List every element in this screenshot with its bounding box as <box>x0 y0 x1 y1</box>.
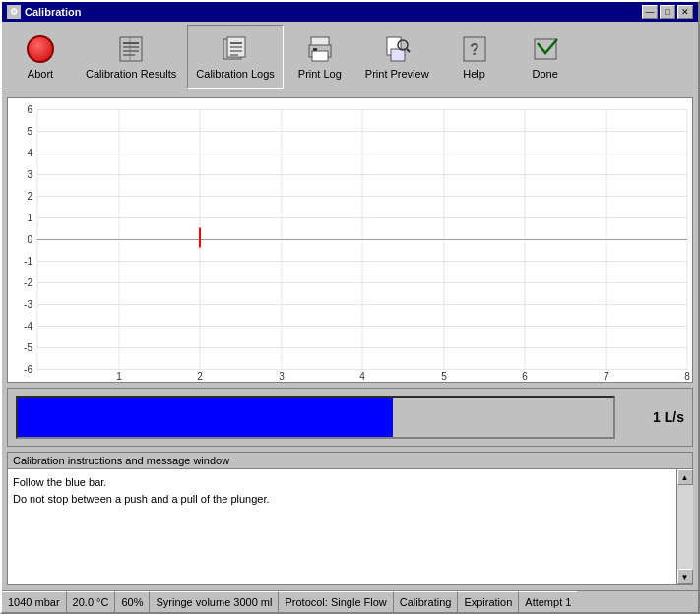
message-line-1: Follow the blue bar. <box>13 474 671 491</box>
window-title: Calibration <box>25 6 81 18</box>
status-humidity: 60% <box>115 591 150 612</box>
flow-bar-area: 1 L/s <box>7 388 693 447</box>
help-label: Help <box>463 68 485 80</box>
done-label: Done <box>532 68 557 80</box>
calibration-logs-button[interactable]: Calibration Logs <box>187 25 284 89</box>
flow-value: 1 L/s <box>625 409 684 425</box>
svg-rect-14 <box>312 51 328 61</box>
help-button[interactable]: ? Help <box>440 25 509 89</box>
flow-bar-fill <box>18 398 393 437</box>
status-protocol: Protocol: Single Flow <box>279 591 393 612</box>
svg-text:1: 1 <box>27 213 32 223</box>
print-log-icon-area <box>304 33 336 65</box>
minimize-button[interactable]: — <box>642 5 658 19</box>
status-expiration: Expiration <box>458 591 519 612</box>
print-log-icon <box>306 35 334 63</box>
svg-text:2: 2 <box>27 191 32 202</box>
done-icon-area <box>530 33 561 65</box>
calibration-results-button[interactable]: Calibration Results <box>77 25 185 89</box>
chart-area: 6 5 4 3 2 1 0 -1 -2 -3 -4 -5 -6 1 2 3 4 … <box>7 97 693 383</box>
print-preview-label: Print Preview <box>365 68 429 80</box>
message-scrollbar: ▲ ▼ <box>676 469 692 584</box>
title-bar-left: ⚙ Calibration <box>7 5 81 19</box>
svg-rect-17 <box>391 49 405 61</box>
svg-text:-6: -6 <box>24 364 32 375</box>
status-attempt: Attempt 1 <box>519 591 577 612</box>
svg-text:4: 4 <box>27 148 32 158</box>
help-icon-area: ? <box>459 33 490 65</box>
flow-bar-container <box>16 396 615 439</box>
svg-text:-5: -5 <box>24 342 32 353</box>
svg-rect-15 <box>313 48 317 51</box>
main-window: ⚙ Calibration — □ ✕ Abort <box>0 0 700 614</box>
calibration-logs-label: Calibration Logs <box>196 68 275 80</box>
svg-text:4: 4 <box>359 371 365 382</box>
message-line-2: Do not stop between a push and a pull of… <box>13 491 671 508</box>
svg-rect-22 <box>535 39 556 59</box>
svg-text:6: 6 <box>522 371 528 382</box>
chart-svg: 6 5 4 3 2 1 0 -1 -2 -3 -4 -5 -6 1 2 3 4 … <box>8 98 692 382</box>
maximize-button[interactable]: □ <box>660 5 675 19</box>
status-pressure: 1040 mbar <box>2 591 67 612</box>
help-icon: ? <box>461 35 488 63</box>
svg-text:-4: -4 <box>24 321 32 332</box>
abort-label: Abort <box>28 68 53 80</box>
title-bar: ⚙ Calibration — □ ✕ <box>2 2 698 22</box>
scrollbar-up-button[interactable]: ▲ <box>677 469 693 485</box>
close-button[interactable]: ✕ <box>677 5 693 19</box>
svg-text:3: 3 <box>279 371 285 382</box>
done-button[interactable]: Done <box>511 25 580 89</box>
status-bar: 1040 mbar 20.0 °C 60% Syringe volume 300… <box>2 590 698 612</box>
svg-text:1: 1 <box>116 371 122 382</box>
svg-text:6: 6 <box>27 104 32 115</box>
message-section-title: Calibration instructions and message win… <box>8 453 692 469</box>
print-log-button[interactable]: Print Log <box>286 25 354 89</box>
done-icon <box>532 35 559 63</box>
window-icon: ⚙ <box>7 5 21 19</box>
abort-icon-area <box>25 33 56 65</box>
message-content-wrapper: Follow the blue bar. Do not stop between… <box>8 469 692 584</box>
svg-text:0: 0 <box>27 234 32 245</box>
message-section: Calibration instructions and message win… <box>7 452 693 585</box>
status-calibrating: Calibrating <box>394 591 459 612</box>
svg-text:?: ? <box>470 41 479 58</box>
calibration-logs-icon-area <box>220 33 251 65</box>
svg-text:2: 2 <box>197 371 203 382</box>
calibration-results-icon-area <box>115 33 147 65</box>
title-controls: — □ ✕ <box>642 5 693 19</box>
print-preview-button[interactable]: Print Preview <box>356 25 438 89</box>
abort-button[interactable]: Abort <box>6 25 75 89</box>
svg-text:-1: -1 <box>24 256 32 267</box>
status-temperature: 20.0 °C <box>67 591 116 612</box>
print-preview-icon <box>383 35 411 63</box>
svg-text:7: 7 <box>604 371 609 382</box>
calibration-results-label: Calibration Results <box>86 68 176 80</box>
svg-text:8: 8 <box>684 371 690 382</box>
svg-text:5: 5 <box>441 371 447 382</box>
scrollbar-down-button[interactable]: ▼ <box>677 569 693 584</box>
print-preview-icon-area <box>381 33 413 65</box>
content-area: 6 5 4 3 2 1 0 -1 -2 -3 -4 -5 -6 1 2 3 4 … <box>2 92 698 590</box>
status-syringe: Syringe volume 3000 ml <box>150 591 279 612</box>
scrollbar-track <box>677 485 693 569</box>
toolbar: Abort Calibration Results <box>2 22 698 92</box>
message-text: Follow the blue bar. Do not stop between… <box>8 469 676 584</box>
svg-text:-2: -2 <box>24 277 32 288</box>
svg-rect-0 <box>120 37 142 61</box>
svg-text:5: 5 <box>27 126 32 137</box>
abort-icon <box>27 35 54 63</box>
svg-text:-3: -3 <box>24 299 32 310</box>
print-log-label: Print Log <box>298 68 342 80</box>
svg-line-19 <box>407 49 410 52</box>
calibration-results-icon <box>117 35 145 63</box>
calibration-logs-icon <box>222 35 249 63</box>
svg-text:3: 3 <box>27 169 32 180</box>
